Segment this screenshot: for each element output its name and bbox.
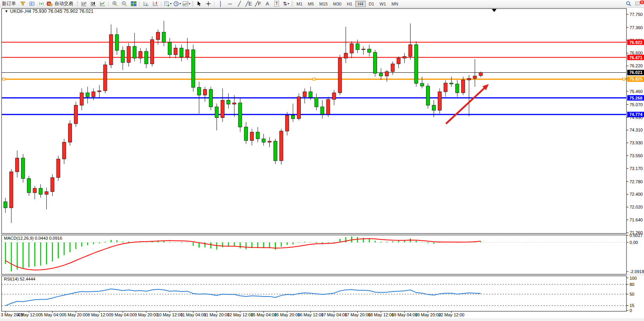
chart-window[interactable]: 77.75077.36076.98076.60076.22075.84075.4… [0,8,644,321]
trendline-icon: ╱ [238,1,241,6]
time-label: 11 May 04:00 [181,312,206,317]
timeframe-m30[interactable]: M30 [331,1,344,7]
line-chart-button[interactable] [98,0,107,7]
candle-body [39,188,42,195]
chevron-down-icon: ▾ [288,1,289,6]
timeframe-d1[interactable]: D1 [367,1,377,7]
timeframe-m15[interactable]: M15 [317,1,330,7]
candle-body [420,83,424,86]
window-bottom-strip [0,318,644,321]
candle-body [426,86,430,105]
hline-handle[interactable] [313,78,315,80]
candle-body [133,46,136,58]
candle-body [450,83,453,84]
time-label: 22 May 12:00 [439,312,465,317]
time-label: 19 May 20:00 [415,312,441,317]
timeframe-m5[interactable]: M5 [305,1,316,7]
timeframe-h4[interactable]: H4 [355,1,365,7]
toolbar-grip [192,1,193,7]
candle-body [274,141,277,161]
tile-windows-button[interactable] [129,0,138,7]
candle-body [262,139,265,142]
candle-body [115,35,119,51]
candle-body [344,53,347,58]
time-label: 17 May 20:00 [344,312,370,317]
timeframe-w1[interactable]: W1 [377,1,389,7]
market-watch-button[interactable] [18,0,27,7]
zoom-out-button[interactable] [119,0,129,7]
candle-body [250,132,254,141]
hline-handle[interactable] [3,78,5,80]
tile-windows-icon [131,1,137,7]
candle-body [215,107,218,118]
timeframe-h1[interactable]: H1 [344,1,354,7]
time-label: 17 May 04:00 [321,312,347,317]
toolbar-grip [77,1,78,7]
fibonacci-tool[interactable]: ╱F [253,0,263,7]
text-tool[interactable]: A [263,0,272,7]
indicators-button[interactable]: ▾ [182,0,191,7]
bar-chart-button[interactable] [79,0,88,7]
search-icon [626,1,632,7]
candle-body [315,98,318,107]
terminal-button[interactable] [27,0,37,7]
terminal-icon [29,1,35,7]
candle-body [109,35,113,65]
text-label-tool[interactable]: T [272,0,281,7]
candle-body [285,115,289,131]
signals-button[interactable] [37,0,46,7]
trendline-tool[interactable]: ╱ [235,0,244,7]
text-label-icon: T [274,1,279,7]
candle-body [473,76,477,78]
candle-body [462,80,465,93]
chart-shift-icon [153,1,158,7]
price-tick-label: 72.020 [630,205,643,209]
hline-handle[interactable] [623,78,625,80]
candle-body [385,72,389,76]
notifications-button[interactable]: 1 [633,0,642,7]
horizontal-line-tool[interactable]: ─ [225,0,235,7]
timeframe-m1[interactable]: M1 [294,1,305,7]
time-label: 4 May 12:00 [17,312,41,317]
chevron-down-icon: ▾ [179,2,181,5]
candle-body [104,65,107,91]
candle-body [45,192,48,195]
candle-body [174,48,177,54]
auto-scroll-button[interactable] [141,0,151,7]
crosshair-button[interactable] [204,0,213,7]
candle-body [98,91,101,92]
autotrading-button[interactable]: 自动交易 [46,0,76,7]
candlestick-chart-button[interactable] [88,0,98,7]
candle-body [338,58,342,93]
price-chart-canvas[interactable]: 77.75077.36076.98076.60076.22075.84075.4… [0,8,644,321]
channel-tool[interactable]: ╱E [244,0,253,7]
price-badge-label: 75.825 [629,77,642,81]
arrows-tool[interactable]: ⇅ ▾ [281,0,291,7]
macd-scale-label: 0.00 [630,240,638,245]
candle-body [4,202,7,208]
cursor-button[interactable] [194,0,204,7]
new-order-button[interactable]: 新订单 [0,0,18,7]
vertical-line-tool[interactable]: │ [216,0,225,7]
new-chart-button[interactable]: ▾ [163,0,172,7]
candle-body [444,83,447,91]
toolbar-separator [108,1,109,7]
pane-splitter[interactable] [0,274,644,276]
toolbar-right: 1 [624,0,642,7]
chart-shift-button[interactable] [151,0,160,7]
candle-body [156,32,160,40]
search-button[interactable] [624,0,633,7]
candle-body [326,100,330,114]
periods-button[interactable]: ▾ [172,0,182,7]
candle-body [356,44,359,50]
time-label: 15 May 20:00 [274,312,300,317]
zoom-in-button[interactable] [110,0,119,7]
candle-body [203,89,207,95]
candle-body [332,93,336,99]
time-label: 15 May 04:00 [251,312,277,317]
candle-body [239,103,242,127]
pane-splitter[interactable] [0,233,644,235]
rsi-scale-label: 0 [630,308,632,313]
zoom-out-icon [121,1,127,7]
timeframe-mn[interactable]: MN [389,1,400,7]
